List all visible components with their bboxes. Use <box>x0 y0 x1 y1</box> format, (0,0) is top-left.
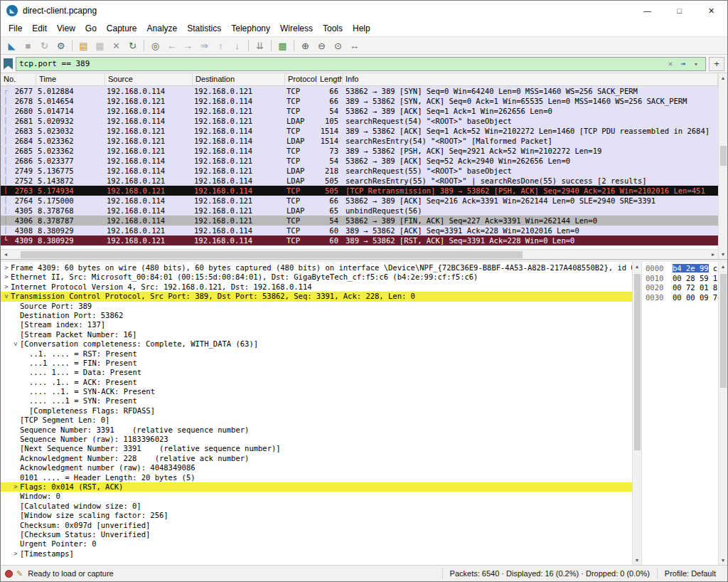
detail-line[interactable]: .... ...1 = SYN: Present <box>1 396 632 406</box>
detail-line[interactable]: Urgent Pointer: 0 <box>1 539 632 549</box>
scroll-left-icon[interactable]: ◂ <box>1 251 11 258</box>
detail-line[interactable]: [Stream Packet Number: 16] <box>1 330 632 339</box>
detail-line[interactable]: >Internet Protocol Version 4, Src: 192.1… <box>1 282 632 292</box>
filter-clear-icon[interactable]: ✕ <box>664 59 677 68</box>
vscroll-track[interactable] <box>719 83 727 250</box>
filter-dropdown-icon[interactable]: ▾ <box>690 60 702 68</box>
detail-line[interactable]: [Window size scaling factor: 256] <box>1 511 632 520</box>
profile-text[interactable]: Profile: Default <box>657 568 723 579</box>
detail-line[interactable]: Destination Port: 53862 <box>1 311 632 320</box>
zoom-original-button[interactable]: ⊙ <box>330 38 346 53</box>
filter-apply-icon[interactable]: → <box>677 59 690 68</box>
capture-options-button[interactable]: ⚙ <box>53 38 69 53</box>
details-vscrollbar[interactable]: ▴ ▾ <box>632 262 641 565</box>
detail-line[interactable]: Acknowledgment Number: 228 (relative ack… <box>1 454 632 463</box>
expander-icon[interactable]: v <box>2 292 11 301</box>
save-file-button[interactable]: ▦ <box>92 38 108 53</box>
column-header-protocol[interactable]: Protocol <box>285 73 317 85</box>
detail-line[interactable]: Checksum: 0x097d [unverified] <box>1 521 632 530</box>
menu-item-capture[interactable]: Capture <box>102 21 142 36</box>
menu-item-go[interactable]: Go <box>80 21 102 36</box>
packet-list-hscrollbar[interactable]: ◂ ▸ <box>1 249 718 259</box>
hscroll-track[interactable] <box>11 250 708 259</box>
menu-item-statistics[interactable]: Statistics <box>182 21 226 36</box>
expander-icon[interactable]: > <box>11 549 20 559</box>
capture-comment-icon[interactable]: ✎ <box>16 569 23 578</box>
detail-line[interactable]: ..1. .... = RST: Present <box>1 349 632 359</box>
expert-info-icon[interactable] <box>5 570 13 578</box>
packet-row[interactable]: │26845.023362192.168.0.121192.168.0.114L… <box>1 136 718 146</box>
scroll-down-icon[interactable]: ▾ <box>722 250 724 259</box>
start-capture-button[interactable]: ◣ <box>4 38 20 53</box>
hex-line[interactable]: 0000 b4 2e 99 cf f5 <box>646 264 718 274</box>
hex-line[interactable]: 0030 00 00 09 7d 00 <box>646 293 718 303</box>
packet-row[interactable]: │27495.136775192.168.0.114192.168.0.121L… <box>1 166 718 176</box>
vscroll-thumb[interactable] <box>720 146 727 166</box>
expander-icon[interactable]: > <box>2 273 11 282</box>
scroll-down-icon[interactable]: ▾ <box>722 556 724 565</box>
minimize-button[interactable]: — <box>631 1 663 21</box>
menu-item-telephony[interactable]: Telephony <box>226 21 275 36</box>
add-filter-button[interactable]: + <box>709 57 724 71</box>
detail-line[interactable]: vTransmission Control Protocol, Src Port… <box>1 292 632 301</box>
scroll-up-icon[interactable]: ▴ <box>722 73 724 83</box>
go-to-packet-button[interactable]: ⇒ <box>196 38 213 53</box>
packet-row[interactable]: ┌26775.012884192.168.0.114192.168.0.121T… <box>1 86 718 96</box>
column-header-destination[interactable]: Destination <box>193 73 285 85</box>
scroll-up-icon[interactable]: ▴ <box>722 262 724 271</box>
packet-row[interactable]: │43068.378787192.168.0.114192.168.0.121T… <box>1 216 718 226</box>
packet-row[interactable]: │43058.378768192.168.0.114192.168.0.121L… <box>1 206 718 216</box>
hex-line[interactable]: 0020 00 72 01 85 d2 <box>646 283 718 293</box>
packet-list-vscrollbar[interactable]: ▴ ▾ <box>718 73 727 259</box>
packet-row[interactable]: │27635.174934192.168.0.121192.168.0.114T… <box>1 186 718 196</box>
zoom-in-button[interactable]: ⊕ <box>297 38 314 53</box>
detail-line[interactable]: Sequence Number: 3391 (relative sequence… <box>1 425 632 435</box>
close-file-button[interactable]: ✕ <box>108 38 124 53</box>
detail-line[interactable]: >Ethernet II, Src: Microsoft_00:84:01 (0… <box>1 273 632 282</box>
resize-columns-button[interactable]: ↔ <box>346 38 363 53</box>
detail-line[interactable]: ...1 .... = FIN: Present <box>1 359 632 368</box>
menu-item-help[interactable]: Help <box>348 21 375 36</box>
expander-icon[interactable]: > <box>2 263 11 273</box>
detail-line[interactable]: >Frame 4309: 60 bytes on wire (480 bits)… <box>1 263 632 273</box>
zoom-out-button[interactable]: ⊖ <box>314 38 330 53</box>
expander-icon[interactable]: > <box>11 482 20 492</box>
go-back-button[interactable]: ← <box>164 38 180 53</box>
hex-vscroll-track[interactable] <box>719 271 727 556</box>
detail-line[interactable]: [Checksum Status: Unverified] <box>1 530 632 539</box>
packet-row[interactable]: │26805.014714192.168.0.114192.168.0.121T… <box>1 106 718 116</box>
column-header-info[interactable]: Info <box>343 73 718 85</box>
column-header-length[interactable]: Length <box>317 73 343 85</box>
scroll-right-icon[interactable]: ▸ <box>708 251 718 258</box>
detail-line[interactable]: Sequence Number (raw): 1183396023 <box>1 435 632 444</box>
column-header-time[interactable]: Time <box>36 73 105 85</box>
menu-item-tools[interactable]: Tools <box>318 21 348 36</box>
detail-line[interactable]: [Calculated window size: 0] <box>1 502 632 511</box>
open-file-button[interactable]: ▤ <box>75 38 92 53</box>
detail-line[interactable]: [TCP Segment Len: 0] <box>1 416 632 425</box>
detail-line[interactable]: >Flags: 0x014 (RST, ACK) <box>1 482 632 492</box>
column-header-no[interactable]: No. <box>1 73 36 85</box>
detail-line[interactable]: Source Port: 389 <box>1 302 632 311</box>
detail-line[interactable]: [Stream index: 137] <box>1 320 632 329</box>
go-forward-button[interactable]: → <box>180 38 196 53</box>
restart-capture-button[interactable]: ↻ <box>36 38 53 53</box>
reload-file-button[interactable]: ↻ <box>124 38 141 53</box>
packet-row[interactable]: │26855.023362192.168.0.121192.168.0.114T… <box>1 146 718 156</box>
detail-line[interactable]: Window: 0 <box>1 492 632 501</box>
stop-capture-button[interactable]: ■ <box>20 38 36 53</box>
scroll-down-icon[interactable]: ▾ <box>636 556 638 565</box>
detail-line[interactable]: Acknowledgment number (raw): 4048349086 <box>1 463 632 472</box>
go-first-button[interactable]: ↑ <box>213 38 229 53</box>
detail-line[interactable]: [Completeness Flags: RFDASS] <box>1 406 632 416</box>
details-vscroll-thumb[interactable] <box>634 274 641 450</box>
detail-line[interactable]: .... .1.. = ACK: Present <box>1 378 632 387</box>
packet-row[interactable]: │26785.014654192.168.0.121192.168.0.114T… <box>1 96 718 106</box>
packet-row[interactable]: │26815.020932192.168.0.114192.168.0.121L… <box>1 116 718 126</box>
go-last-button[interactable]: ↓ <box>229 38 245 53</box>
expander-icon[interactable]: > <box>2 282 11 292</box>
packet-row[interactable]: │27645.175000192.168.0.114192.168.0.121T… <box>1 196 718 206</box>
close-button[interactable]: ✕ <box>695 1 727 21</box>
detail-line[interactable]: .... ..1. = SYN-ACK: Present <box>1 387 632 396</box>
maximize-button[interactable]: □ <box>663 1 695 21</box>
